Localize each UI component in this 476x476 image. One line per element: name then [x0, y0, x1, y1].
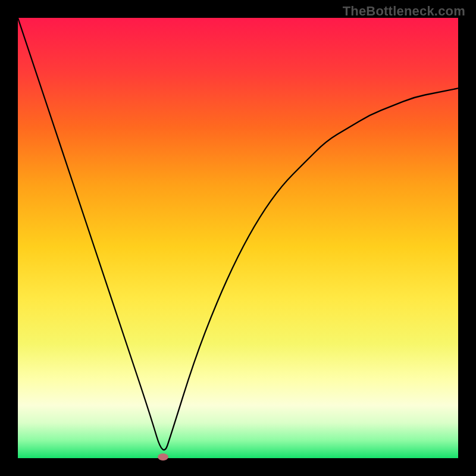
bottleneck-curve — [18, 18, 458, 458]
minimum-marker — [158, 453, 168, 461]
chart-frame: TheBottleneck.com — [0, 0, 476, 476]
watermark-text: TheBottleneck.com — [343, 4, 465, 19]
plot-area — [18, 18, 458, 458]
